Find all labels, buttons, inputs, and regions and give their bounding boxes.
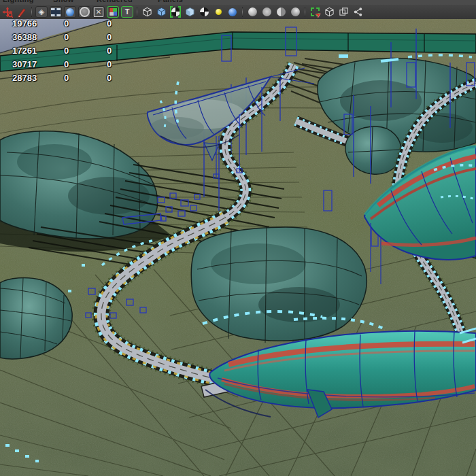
checker-glyph: [200, 7, 209, 16]
color-squares-icon[interactable]: [107, 6, 119, 18]
matcap-glyph: [277, 7, 286, 16]
menu-rendered[interactable]: Rendered: [97, 0, 133, 3]
bracket-frame: [170, 6, 181, 18]
overlap-squares-icon[interactable]: [337, 6, 350, 18]
toolbar-separator: [30, 7, 33, 17]
matcap-glyph: [262, 7, 271, 16]
checker-glyph: [171, 7, 180, 16]
matcap-sphere-3-icon[interactable]: [275, 6, 287, 18]
text-tool-icon[interactable]: T: [121, 6, 133, 18]
filmstrip-glyph: [51, 8, 61, 16]
menu-bar: Lighting Show Rendered Panels: [0, 0, 476, 5]
sphere-blue-icon[interactable]: [64, 6, 76, 18]
toolbar-separator: [241, 7, 244, 17]
checker-ball-icon[interactable]: [198, 6, 210, 18]
blue-ball-icon[interactable]: [226, 6, 239, 18]
select-box-icon[interactable]: ➤: [309, 6, 321, 18]
toolbar-separator: [303, 7, 307, 17]
checker-sphere-icon[interactable]: [169, 6, 182, 18]
matcap-sphere-1-icon[interactable]: [246, 6, 258, 18]
move-tool-icon[interactable]: [1, 6, 14, 18]
swatch-glyph: [109, 8, 117, 16]
toolbar: ◈ ✕ T ➤: [0, 5, 476, 19]
annotate-pen-icon[interactable]: [16, 6, 28, 18]
cube-outline-icon[interactable]: [323, 6, 335, 18]
filmstrip-icon[interactable]: [50, 6, 62, 18]
layers-diamond-icon[interactable]: ◈: [35, 6, 48, 18]
shaded-cube-icon[interactable]: [184, 6, 196, 18]
ring-glyph: [80, 7, 90, 17]
matcap-sphere-2-icon[interactable]: [260, 6, 273, 18]
editor-window: Lighting Show Rendered Panels ◈ ✕ T: [0, 0, 476, 476]
viewport-3d[interactable]: [0, 19, 476, 476]
crossed-box-icon[interactable]: ✕: [92, 6, 105, 18]
sphere-glyph: [66, 8, 74, 16]
yellow-dot-icon[interactable]: [212, 6, 224, 18]
matcap-glyph: [248, 7, 257, 16]
rock-center[interactable]: [191, 227, 367, 343]
solid-cube-icon[interactable]: [155, 6, 167, 18]
menu-show[interactable]: Show: [53, 0, 74, 3]
menu-panels[interactable]: Panels: [158, 0, 183, 3]
matcap-sphere-4-icon[interactable]: [289, 6, 301, 18]
toolbar-separator: [135, 7, 139, 17]
matcap-glyph: [291, 7, 300, 16]
share-nodes-icon[interactable]: [352, 6, 364, 18]
menu-lighting[interactable]: Lighting: [3, 0, 34, 3]
ball-glyph: [228, 8, 237, 16]
dot-glyph: [216, 9, 222, 15]
circle-gray-icon[interactable]: [78, 6, 90, 18]
wireframe-cube-icon[interactable]: [141, 6, 153, 18]
